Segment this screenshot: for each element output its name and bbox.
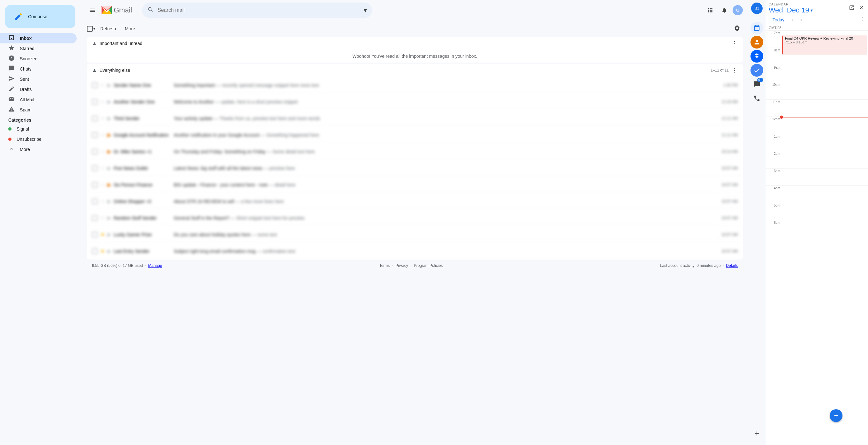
time-slot-2pm: 2pm <box>766 151 868 168</box>
select-all-checkbox[interactable] <box>87 26 93 32</box>
email-checkbox-8[interactable] <box>92 215 98 221</box>
everything-header[interactable]: ▲ Everything else 1–11 of 11 ⋮ <box>87 64 743 77</box>
settings-button[interactable] <box>731 22 743 35</box>
important-marker-4[interactable]: ▶ <box>107 149 111 155</box>
refresh-button[interactable]: Refresh <box>96 24 120 33</box>
important-marker-10[interactable]: ▶ <box>107 248 111 254</box>
manage-link[interactable]: Manage <box>148 263 162 268</box>
star-icon-9[interactable]: ★ <box>100 231 105 237</box>
sidebar-item-unsubscribe[interactable]: Unsubscribe <box>0 134 76 144</box>
email-checkbox-6[interactable] <box>92 182 98 188</box>
terms-link[interactable]: Terms <box>379 263 390 268</box>
important-more-icon[interactable]: ⋮ <box>731 40 738 47</box>
right-icon-dropbox[interactable] <box>750 50 763 63</box>
star-icon-2[interactable]: ☆ <box>100 115 105 121</box>
sidebar-item-allmail[interactable]: All Mail <box>0 94 76 105</box>
time-label-12pm: 12pm <box>766 117 781 134</box>
today-button[interactable]: Today <box>769 16 788 24</box>
email-row[interactable]: ☆ ▶ Dr. Mike Santos +1 On Thursday and F… <box>87 143 743 160</box>
notifications-button[interactable] <box>718 4 730 16</box>
avatar[interactable]: U <box>733 5 743 15</box>
sidebar: Compose Inbox Starred Snoozed Chats <box>0 0 82 445</box>
star-icon-5[interactable]: ☆ <box>100 165 105 171</box>
calendar-open-button[interactable] <box>847 3 856 13</box>
calendar-day-circle[interactable]: 31 <box>751 3 763 14</box>
add-app-button[interactable] <box>750 427 763 442</box>
sidebar-item-more[interactable]: More <box>0 144 76 155</box>
sidebar-item-snoozed[interactable]: Snoozed <box>0 54 76 64</box>
search-input[interactable] <box>157 7 361 13</box>
email-checkbox-7[interactable] <box>92 198 98 204</box>
email-checkbox-0[interactable] <box>92 82 98 88</box>
details-link[interactable]: Details <box>726 263 738 268</box>
important-marker-0[interactable]: ▶ <box>107 82 111 88</box>
email-checkbox-4[interactable] <box>92 149 98 155</box>
email-checkbox-9[interactable] <box>92 232 98 237</box>
email-checkbox-5[interactable] <box>92 165 98 171</box>
calendar-close-button[interactable] <box>857 3 865 13</box>
email-row[interactable]: ★ ▶ Last Entry Sender Subject right long… <box>87 243 743 259</box>
important-marker-1[interactable]: ▶ <box>107 99 111 105</box>
sidebar-item-chats[interactable]: Chats <box>0 64 76 74</box>
sidebar-item-signal[interactable]: Signal <box>0 124 76 134</box>
star-icon-7[interactable]: ☆ <box>100 198 105 204</box>
right-icon-phone[interactable] <box>750 92 763 105</box>
email-checkbox-10[interactable] <box>92 248 98 254</box>
email-row[interactable]: ☆ ▶ Online Shopper +3 About OTR 24 REVIE… <box>87 193 743 210</box>
important-marker-3[interactable]: ▶ <box>107 132 111 138</box>
more-toolbar-button[interactable]: More <box>121 24 139 33</box>
star-icon-1[interactable]: ☆ <box>100 99 105 105</box>
important-marker-9[interactable]: ▶ <box>107 231 111 237</box>
right-icon-calendar[interactable] <box>750 22 763 34</box>
search-dropdown-icon[interactable]: ▾ <box>364 6 367 14</box>
search-icon <box>147 6 154 14</box>
email-row[interactable]: ☆ ▶ Sender Name One Something important … <box>87 77 743 94</box>
everything-count: 1–11 of 11 <box>711 68 729 72</box>
prev-button[interactable]: ‹ <box>789 15 796 24</box>
hamburger-button[interactable] <box>87 4 98 16</box>
star-icon-3[interactable]: ☆ <box>100 132 105 138</box>
sidebar-item-drafts[interactable]: Drafts <box>0 84 76 94</box>
important-marker-7[interactable]: ▶ <box>107 198 111 204</box>
everything-more-icon[interactable]: ⋮ <box>731 66 738 74</box>
storage-info: 9.55 GB (56%) of 17 GB used · Manage <box>92 263 162 268</box>
star-icon-10[interactable]: ★ <box>100 248 105 254</box>
star-icon-6[interactable]: ☆ <box>100 182 105 188</box>
email-checkbox-2[interactable] <box>92 116 98 121</box>
email-row[interactable]: ☆ ▶ Random Stuff Sender General Stuff in… <box>87 210 743 226</box>
important-marker-2[interactable]: ▶ <box>107 115 111 121</box>
star-icon-0[interactable]: ☆ <box>100 82 105 88</box>
select-dropdown-icon[interactable]: ▾ <box>93 27 95 31</box>
email-row[interactable]: ☆ ▶ Five News Outlet Latest News: big st… <box>87 160 743 177</box>
calendar-more-button[interactable]: ⋮ <box>860 16 865 23</box>
program-link[interactable]: Program Policies <box>414 263 443 268</box>
sidebar-item-inbox[interactable]: Inbox <box>0 33 76 43</box>
email-row[interactable]: ☆ ▶ Google Account Notification Another … <box>87 127 743 143</box>
important-marker-5[interactable]: ▶ <box>107 165 111 171</box>
sidebar-item-sent[interactable]: Sent <box>0 74 76 84</box>
important-marker-8[interactable]: ▶ <box>107 215 111 221</box>
star-icon-4[interactable]: ☆ <box>100 149 105 155</box>
email-row[interactable]: ☆ ▶ Another Sender One Welcome to Anothe… <box>87 94 743 110</box>
next-button[interactable]: › <box>798 15 804 24</box>
email-row[interactable]: ☆ ▶ Six Person Finance BIG update - Fina… <box>87 177 743 193</box>
add-icon[interactable] <box>750 427 763 440</box>
calendar-event[interactable]: Final Q4 OKR Review + Reviewing Final 20… <box>782 35 867 55</box>
sidebar-item-starred[interactable]: Starred <box>0 43 76 54</box>
right-icon-chat[interactable]: 9+ <box>750 78 763 91</box>
date-dropdown-icon[interactable]: ▾ <box>810 8 813 13</box>
email-checkbox-3[interactable] <box>92 132 98 138</box>
right-icon-contacts[interactable] <box>750 36 763 49</box>
email-checkbox-1[interactable] <box>92 99 98 105</box>
important-marker-6[interactable]: ▶ <box>107 182 111 188</box>
compose-button[interactable]: Compose <box>5 5 75 28</box>
email-row[interactable]: ★ ▶ Lucky Gamer Prize Do you care about … <box>87 226 743 243</box>
add-event-button[interactable]: + <box>830 409 842 422</box>
sidebar-item-spam[interactable]: Spam <box>0 105 76 115</box>
email-row[interactable]: ☆ ▶ Third Sender Your activity update — … <box>87 110 743 127</box>
right-icon-task[interactable] <box>750 64 763 76</box>
star-icon-8[interactable]: ☆ <box>100 215 105 221</box>
privacy-link[interactable]: Privacy <box>395 263 408 268</box>
important-header[interactable]: ▲ Important and unread ⋮ <box>87 37 743 50</box>
apps-button[interactable] <box>705 4 716 16</box>
